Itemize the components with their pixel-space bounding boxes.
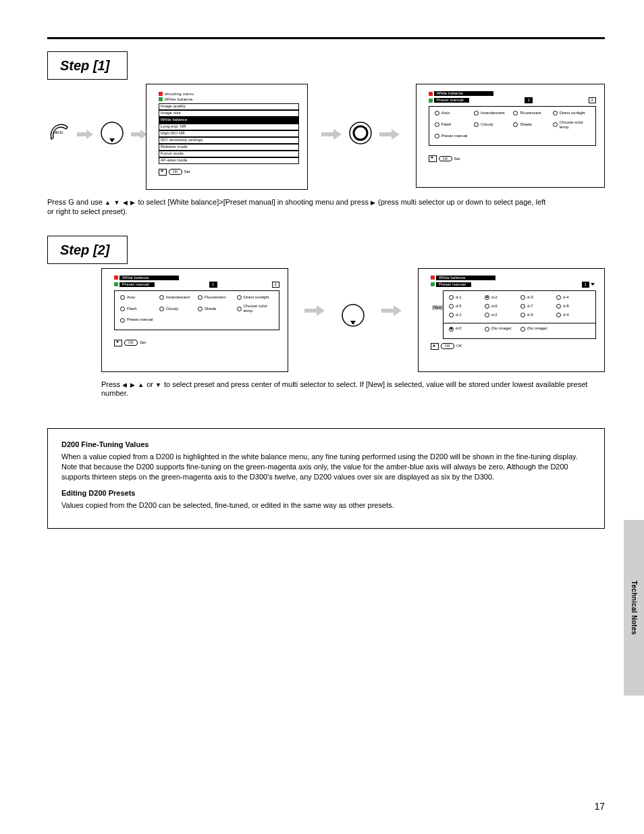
step2-row: White balance Preset manual 1 2 Auto Inc… <box>101 268 605 372</box>
sel-sub: Preset manual <box>436 282 471 287</box>
page-2[interactable]: 2 <box>589 97 596 103</box>
top-rule <box>47 37 605 39</box>
dpad-down-icon <box>341 268 365 330</box>
arrow-glyphs: ▲ ▼ ◀ ▶ <box>105 199 136 206</box>
chevron-down-icon <box>591 283 595 286</box>
page-1[interactable]: 1 <box>525 97 532 103</box>
step2-box: Step [2] <box>47 236 128 264</box>
notes-box: D200 Fine-Tuning Values When a value cop… <box>47 428 605 529</box>
preset-grid-screen: White balance Preset manual 1 New d-1 d-… <box>418 268 605 372</box>
sel-sub: Preset manual <box>119 282 155 287</box>
wb-option[interactable]: Shade <box>513 120 550 130</box>
step1-caption: Press G and use ▲ ▼ ◀ ▶ to select [White… <box>47 198 547 217</box>
preset-cell[interactable]: d-6 <box>485 304 518 309</box>
wb-option[interactable]: Preset manual <box>435 134 485 138</box>
arrow-icon <box>304 305 325 316</box>
svg-text:MENU: MENU <box>53 130 63 134</box>
preset-cell[interactable]: d-3 <box>520 295 554 300</box>
wb-option[interactable]: Auto <box>120 295 157 300</box>
wb-option[interactable]: Direct sunlight <box>553 111 590 115</box>
notes-h2: Editing D200 Presets <box>61 488 591 498</box>
preset-cell[interactable]: d-5 <box>449 304 483 309</box>
menu-item[interactable]: High ISO NR <box>159 130 299 137</box>
svg-marker-1 <box>77 130 93 139</box>
wb-option[interactable]: Incandescent <box>474 111 511 115</box>
wb-option[interactable]: Preset manual <box>120 317 169 322</box>
new-label[interactable]: New <box>432 305 443 310</box>
svg-marker-9 <box>304 305 325 316</box>
preset-cell[interactable]: (No image) <box>520 326 554 331</box>
arrow-glyphs: ◀ ▶ ▲ <box>122 382 144 388</box>
notes-h1: D200 Fine-Tuning Values <box>61 440 591 450</box>
menu-item[interactable]: Focus mode <box>159 151 299 157</box>
notes-p1: When a value copied from a D200 is highl… <box>61 452 591 482</box>
wb-select-screen: White balance Preset manual 1 2 Auto Inc… <box>416 84 605 188</box>
wb-select-screen: White balance Preset manual 1 2 Auto Inc… <box>101 268 288 372</box>
step1-row: MENU shooting menu White balance Image q… <box>47 84 605 190</box>
step1-icons: MENU <box>47 84 143 147</box>
svg-marker-12 <box>381 305 402 316</box>
page-number: 17 <box>594 801 605 812</box>
wb-option[interactable]: Direct sunlight <box>237 295 273 300</box>
menu-item[interactable]: White balance <box>159 117 299 124</box>
preset-cell[interactable]: d-4 <box>556 295 590 300</box>
arrow-icon <box>321 129 342 140</box>
arrow-icon <box>381 305 402 316</box>
arrow-icon <box>131 130 147 139</box>
wb-option[interactable]: Fluorescent <box>198 295 234 300</box>
preset-cell[interactable]: d-2 <box>485 313 518 317</box>
preset-cell[interactable]: d-4 <box>556 313 590 317</box>
svg-marker-5 <box>321 129 342 140</box>
step1-box: Step [1] <box>47 51 128 80</box>
menu-button-icon: MENU <box>47 122 70 147</box>
wb-option[interactable]: Cloudy <box>159 304 196 313</box>
preset-cell[interactable]: d-0 <box>449 326 483 331</box>
svg-marker-4 <box>131 130 147 139</box>
chip-set: Set <box>454 157 460 161</box>
preset-cell[interactable]: (No image) <box>485 326 518 331</box>
page-2[interactable]: 2 <box>272 282 279 288</box>
chip-set: Set <box>140 340 146 345</box>
preset-cell[interactable]: d-1 <box>449 295 483 300</box>
arrow-icon <box>379 129 400 140</box>
menu-item[interactable]: Long exp. NR <box>159 124 299 130</box>
preset-cell[interactable]: d-1 <box>449 313 483 317</box>
wb-option[interactable]: Fluorescent <box>513 111 550 115</box>
sel-title: White balance <box>119 276 179 280</box>
side-tab: Technical Notes <box>624 520 644 696</box>
preset-cell[interactable]: d-2 <box>485 295 518 300</box>
page-1[interactable]: 1 <box>209 282 217 288</box>
svg-point-7 <box>354 126 367 140</box>
wb-option[interactable]: Cloudy <box>474 120 511 130</box>
preset-cell[interactable]: d-7 <box>520 304 554 309</box>
wb-option[interactable]: Auto <box>435 111 472 115</box>
arrow-icon <box>77 130 93 139</box>
wb-option[interactable]: Choose color temp. <box>237 304 273 313</box>
page-sel[interactable]: 1 <box>582 282 589 288</box>
menu-item[interactable]: Image quality <box>159 103 299 110</box>
menu-sub: White balance <box>165 97 193 101</box>
menu-item[interactable]: AF-area mode <box>159 157 299 164</box>
sel-sub: Preset manual <box>434 98 469 103</box>
preset-cell[interactable] <box>556 326 590 331</box>
chip-ok: OK <box>456 344 462 348</box>
shooting-menu-screen: shooting menu White balance Image qualit… <box>146 84 308 190</box>
menu-item[interactable]: ISO sensitivity settings <box>159 137 299 144</box>
step2-caption: Press ◀ ▶ ▲ or ▼ to select preset and pr… <box>101 380 601 399</box>
svg-marker-8 <box>379 129 400 140</box>
sel-title: White balance <box>436 276 495 280</box>
menu-title: shooting menu <box>165 91 194 96</box>
notes-p2: Values copied from the D200 can be selec… <box>61 500 591 511</box>
wb-option[interactable]: Incandescent <box>159 295 196 300</box>
sel-title: White balance <box>434 91 493 96</box>
preset-cell[interactable]: d-3 <box>520 313 554 317</box>
wb-option[interactable]: Flash <box>120 304 157 313</box>
wb-option[interactable]: Flash <box>435 120 472 130</box>
menu-item[interactable]: Release mode <box>159 144 299 151</box>
dpad-down-icon <box>100 121 124 147</box>
preset-cell[interactable]: d-8 <box>556 304 590 309</box>
wb-option[interactable]: Shade <box>198 304 234 313</box>
ok-ring-icon <box>348 121 373 147</box>
wb-option[interactable]: Choose color temp. <box>553 120 590 130</box>
menu-item[interactable]: Image size <box>159 110 299 117</box>
